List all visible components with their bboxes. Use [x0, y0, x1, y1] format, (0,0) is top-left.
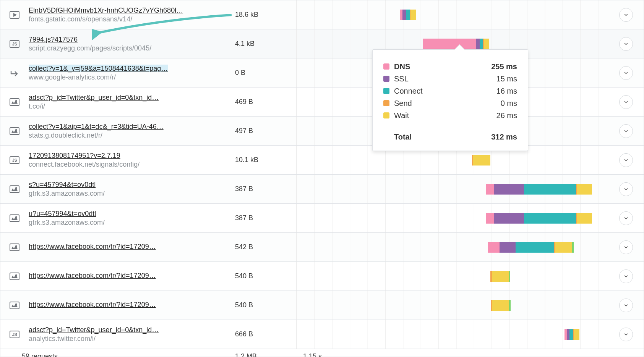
waterfall-bar[interactable]: [488, 242, 574, 253]
timing-seg-ssl: [567, 329, 569, 340]
waterfall-col: [296, 233, 608, 261]
summary-requests: 59 requests: [0, 352, 235, 357]
timing-seg-dns: [400, 10, 402, 20]
waterfall-grid: [297, 320, 608, 349]
request-link[interactable]: adsct?p_id=Twitter&p_user_id=0&txn_id…: [29, 326, 159, 334]
tooltip-row: Connect16 ms: [383, 85, 517, 97]
tooltip-row: DNS255 ms: [383, 60, 517, 73]
waterfall-bar[interactable]: [565, 329, 579, 340]
request-row[interactable]: collect?v=1&aip=1&t=dc&_r=3&tid=UA-46…st…: [0, 117, 644, 146]
tooltip-swatch: [383, 112, 389, 118]
type-col: [0, 243, 29, 251]
size-col: 387 B: [235, 185, 296, 193]
request-link[interactable]: collect?v=1&aip=1&t=dc&_r=3&tid=UA-46…: [29, 123, 164, 130]
waterfall-col: [296, 320, 608, 349]
request-row[interactable]: s?u=457994&t=ov0dtlgtrk.s3.amazonaws.com…: [0, 175, 644, 204]
request-link[interactable]: 7994.js?417576: [29, 36, 78, 43]
waterfall-bar[interactable]: [490, 271, 510, 282]
expand-button[interactable]: [619, 95, 633, 109]
type-col: [0, 214, 29, 222]
request-link[interactable]: collect?v=1&_v=j59&a=1508441638&t=pag…: [29, 65, 168, 72]
size-col: 666 B: [235, 330, 296, 338]
type-col: [0, 127, 29, 135]
js-icon: JS: [10, 40, 19, 48]
request-link[interactable]: https://www.facebook.com/tr/?id=17209…: [29, 301, 156, 308]
tooltip-label: Connect: [394, 87, 496, 96]
request-row[interactable]: https://www.facebook.com/tr/?id=17209…54…: [0, 262, 644, 291]
size-col: 4.1 kB: [235, 40, 296, 48]
tooltip-row: SSL15 ms: [383, 73, 517, 85]
image-icon: [10, 98, 19, 106]
expand-col: [608, 182, 644, 196]
expand-button[interactable]: [619, 153, 633, 167]
timing-seg-dns: [488, 242, 500, 253]
waterfall-bar[interactable]: [400, 10, 416, 20]
size-col: 469 B: [235, 98, 296, 106]
type-col: JS: [0, 331, 29, 338]
waterfall-bar[interactable]: [486, 213, 592, 224]
request-row[interactable]: https://www.facebook.com/tr/?id=17209…54…: [0, 233, 644, 262]
tooltip-swatch: [383, 76, 389, 82]
expand-button[interactable]: [619, 182, 633, 196]
request-host: analytics.twitter.com/i/: [29, 335, 231, 343]
request-link[interactable]: 1720913808174951?v=2.7.19: [29, 152, 120, 159]
name-col: https://www.facebook.com/tr/?id=17209…: [29, 272, 235, 281]
expand-button[interactable]: [619, 328, 633, 341]
js-icon: JS: [10, 331, 19, 338]
name-col: 7994.js?417576script.crazyegg.com/pages/…: [29, 36, 235, 52]
expand-button[interactable]: [619, 240, 633, 254]
waterfall-col: [296, 175, 608, 203]
request-row[interactable]: https://www.facebook.com/tr/?id=17209…54…: [0, 291, 644, 320]
summary-size: 1.2 MB: [235, 352, 296, 357]
timing-seg-wait: [410, 10, 416, 20]
timing-seg-connect: [524, 184, 576, 195]
request-link[interactable]: ElnbV5DfGHOiMmvb1Xr-hnhCUOGz7vYGh680l…: [29, 6, 183, 14]
type-col: [0, 68, 29, 78]
name-col: collect?v=1&aip=1&t=dc&_r=3&tid=UA-46…st…: [29, 123, 235, 140]
request-link[interactable]: adsct?p_id=Twitter&p_user_id=0&txn_id…: [29, 94, 159, 101]
waterfall-bar[interactable]: [491, 300, 511, 311]
waterfall-col: [296, 204, 608, 232]
request-row[interactable]: JS1720913808174951?v=2.7.19connect.faceb…: [0, 146, 644, 175]
expand-button[interactable]: [619, 269, 633, 283]
expand-button[interactable]: [619, 66, 633, 80]
expand-col: [608, 95, 644, 109]
timing-seg-connect: [406, 10, 410, 20]
request-host: stats.g.doubleclick.net/r/: [29, 131, 231, 140]
request-link[interactable]: https://www.facebook.com/tr/?id=17209…: [29, 272, 156, 279]
redirect-icon: [10, 68, 19, 78]
expand-button[interactable]: [619, 37, 633, 51]
size-col: 542 B: [235, 243, 296, 251]
request-link[interactable]: s?u=457994&t=ov0dtl: [29, 181, 96, 188]
request-row[interactable]: adsct?p_id=Twitter&p_user_id=0&txn_id…t.…: [0, 88, 644, 117]
expand-col: [608, 124, 644, 138]
timing-seg-connect: [480, 39, 483, 49]
request-row[interactable]: JSadsct?p_id=Twitter&p_user_id=0&txn_id……: [0, 320, 644, 349]
request-row[interactable]: u?u=457994&t=ov0dtlgtrk.s3.amazonaws.com…: [0, 204, 644, 233]
tooltip-value: 16 ms: [496, 87, 517, 96]
request-row[interactable]: ElnbV5DfGHOiMmvb1Xr-hnhCUOGz7vYGh680l…fo…: [0, 0, 644, 29]
timing-seg-wait: [577, 184, 592, 195]
js-icon: JS: [10, 156, 19, 164]
waterfall-bar[interactable]: [472, 155, 490, 166]
tooltip-value: 26 ms: [496, 111, 517, 120]
timing-seg-wait: [555, 242, 572, 253]
expand-button[interactable]: [619, 211, 633, 225]
request-host: t.co/i/: [29, 102, 231, 110]
request-row[interactable]: JS7994.js?417576script.crazyegg.com/page…: [0, 29, 644, 58]
name-col: adsct?p_id=Twitter&p_user_id=0&txn_id…an…: [29, 326, 235, 343]
timing-seg-wait: [473, 155, 490, 166]
expand-button[interactable]: [619, 124, 633, 138]
expand-button[interactable]: [619, 8, 633, 22]
waterfall-bar[interactable]: [486, 184, 592, 195]
timing-seg-connect: [524, 213, 576, 224]
request-row[interactable]: collect?v=1&_v=j59&a=1508441638&t=pag…ww…: [0, 58, 644, 88]
name-col: ElnbV5DfGHOiMmvb1Xr-hnhCUOGz7vYGh680l…fo…: [29, 6, 235, 23]
request-link[interactable]: u?u=457994&t=ov0dtl: [29, 210, 96, 217]
request-link[interactable]: https://www.facebook.com/tr/?id=17209…: [29, 243, 156, 250]
expand-button[interactable]: [619, 299, 633, 312]
image-icon: [10, 273, 19, 280]
timing-seg-extra: [572, 242, 574, 253]
request-host: script.crazyegg.com/pages/scripts/0045/: [29, 44, 231, 52]
type-col: JS: [0, 40, 29, 48]
